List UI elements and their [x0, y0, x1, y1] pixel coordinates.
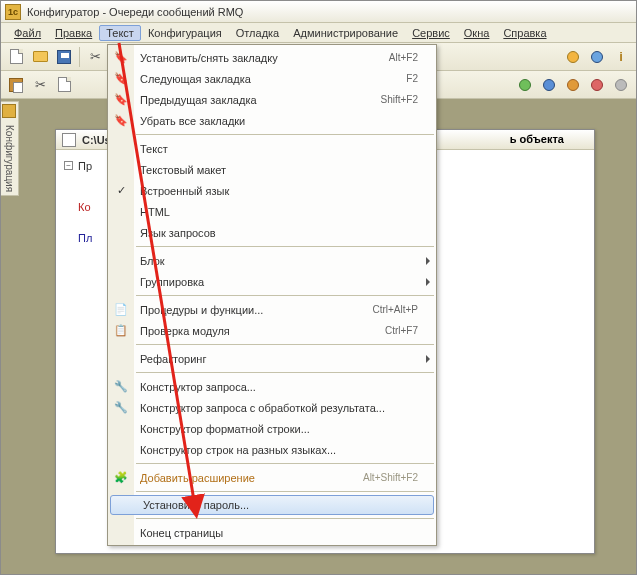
tb2-orange[interactable] — [562, 74, 584, 96]
tb2-red[interactable] — [586, 74, 608, 96]
tb2-misc1[interactable] — [53, 74, 75, 96]
dd-multilang-ctor[interactable]: Конструктор строк на разных языках... — [108, 439, 436, 460]
dd-fmt-ctor[interactable]: Конструктор форматной строки... — [108, 418, 436, 439]
bookmark-prev-icon: 🔖 — [108, 93, 134, 106]
tb-info-icon[interactable]: i — [610, 46, 632, 68]
tb2-blue[interactable] — [538, 74, 560, 96]
tb2-clipboard[interactable] — [5, 74, 27, 96]
extension-add-icon: 🧩 — [108, 471, 134, 484]
tb-save[interactable] — [53, 46, 75, 68]
menu-file[interactable]: Файл — [7, 25, 48, 41]
expand-icon[interactable]: − — [64, 161, 73, 170]
dd-builtin-lang[interactable]: Встроенный язык — [108, 180, 436, 201]
dd-block[interactable]: Блок — [108, 250, 436, 271]
tb-user-icon[interactable] — [562, 46, 584, 68]
dd-set-password[interactable]: Установить пароль... — [110, 495, 434, 515]
tb2-cut[interactable]: ✂ — [29, 74, 51, 96]
dd-separator — [136, 344, 434, 345]
tb-open[interactable] — [29, 46, 51, 68]
tree-label: Пл — [78, 232, 92, 244]
tb-new-doc[interactable] — [5, 46, 27, 68]
document-icon — [62, 133, 76, 147]
dd-query-ctor-res[interactable]: 🔧 Конструктор запроса с обработкой резул… — [108, 397, 436, 418]
check-icon — [108, 184, 134, 197]
submenu-arrow-icon — [426, 355, 430, 363]
object-label: ь объекта — [510, 133, 564, 145]
dd-page-end[interactable]: Конец страницы — [108, 522, 436, 543]
dd-set-bookmark[interactable]: 🔖 Установить/снять закладку Alt+F2 — [108, 47, 436, 68]
sidebar-tab-label: Конфигурация — [4, 125, 15, 192]
window-titlebar: 1c Конфигуратор - Очереди сообщений RMQ — [1, 1, 636, 23]
menu-help[interactable]: Справка — [496, 25, 553, 41]
tb-cut[interactable]: ✂ — [84, 46, 106, 68]
dd-text[interactable]: Текст — [108, 138, 436, 159]
tb2-grey[interactable] — [610, 74, 632, 96]
query-ctor-res-icon: 🔧 — [108, 401, 134, 414]
menubar: Файл Правка Текст Конфигурация Отладка А… — [1, 23, 636, 43]
menu-debug[interactable]: Отладка — [229, 25, 286, 41]
dd-separator — [136, 295, 434, 296]
dd-query-lang[interactable]: Язык запросов — [108, 222, 436, 243]
menu-windows[interactable]: Окна — [457, 25, 497, 41]
menu-edit[interactable]: Правка — [48, 25, 99, 41]
bookmark-clear-icon: 🔖 — [108, 114, 134, 127]
tb2-green[interactable] — [514, 74, 536, 96]
text-menu-dropdown: 🔖 Установить/снять закладку Alt+F2 🔖 Сле… — [107, 44, 437, 546]
sidebar-tab-icon — [2, 104, 16, 118]
check-module-icon: 📋 — [108, 324, 134, 337]
window-title: Конфигуратор - Очереди сообщений RMQ — [27, 6, 243, 18]
tb-sep — [79, 47, 80, 67]
dd-next-bookmark[interactable]: 🔖 Следующая закладка F2 — [108, 68, 436, 89]
sidebar-tab-config[interactable]: Конфигурация — [1, 101, 19, 196]
procedures-icon: 📄 — [108, 303, 134, 316]
app-icon: 1c — [5, 4, 21, 20]
dd-separator — [136, 491, 434, 492]
dd-add-extension[interactable]: 🧩 Добавить расширение Alt+Shift+F2 — [108, 467, 436, 488]
dd-separator — [136, 372, 434, 373]
tb-help-icon[interactable] — [586, 46, 608, 68]
submenu-arrow-icon — [426, 278, 430, 286]
dd-query-ctor[interactable]: 🔧 Конструктор запроса... — [108, 376, 436, 397]
tree-label: Ко — [78, 201, 91, 213]
dd-separator — [136, 463, 434, 464]
menu-service[interactable]: Сервис — [405, 25, 457, 41]
submenu-arrow-icon — [426, 257, 430, 265]
menu-text[interactable]: Текст — [99, 25, 141, 41]
bookmark-next-icon: 🔖 — [108, 72, 134, 85]
dd-grouping[interactable]: Группировка — [108, 271, 436, 292]
menu-config[interactable]: Конфигурация — [141, 25, 229, 41]
query-ctor-icon: 🔧 — [108, 380, 134, 393]
dd-prev-bookmark[interactable]: 🔖 Предыдущая закладка Shift+F2 — [108, 89, 436, 110]
dd-separator — [136, 246, 434, 247]
dd-procs[interactable]: 📄 Процедуры и функции... Ctrl+Alt+P — [108, 299, 436, 320]
dd-refactoring[interactable]: Рефакторинг — [108, 348, 436, 369]
menu-admin[interactable]: Администрирование — [286, 25, 405, 41]
dd-clear-bookmarks[interactable]: 🔖 Убрать все закладки — [108, 110, 436, 131]
tree-label: Пр — [78, 160, 92, 172]
dd-text-layout[interactable]: Текстовый макет — [108, 159, 436, 180]
bookmark-flag-icon: 🔖 — [108, 51, 134, 64]
dd-html[interactable]: HTML — [108, 201, 436, 222]
dd-separator — [136, 518, 434, 519]
dd-check-module[interactable]: 📋 Проверка модуля Ctrl+F7 — [108, 320, 436, 341]
dd-separator — [136, 134, 434, 135]
